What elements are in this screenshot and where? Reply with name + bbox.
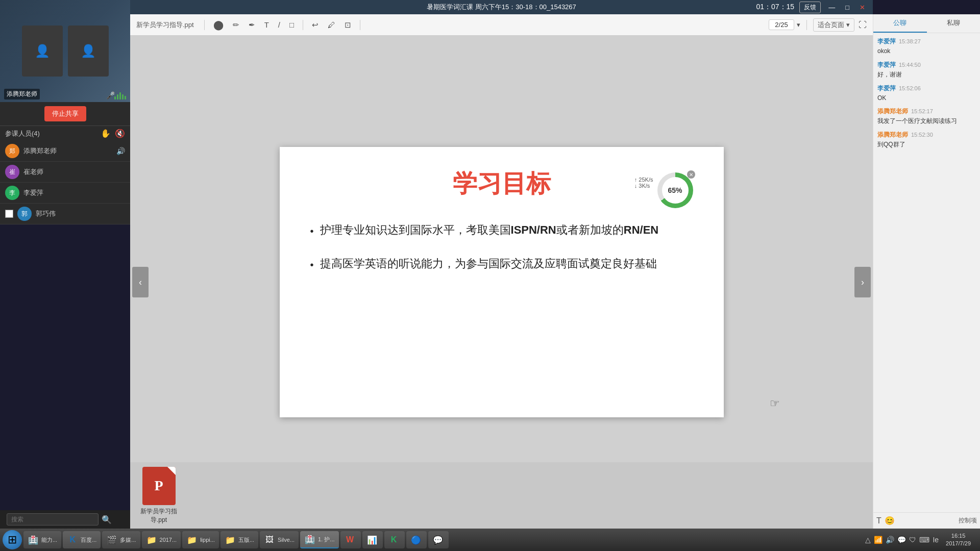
- tool-text[interactable]: T: [262, 19, 272, 31]
- network-circle[interactable]: 65%: [657, 172, 693, 208]
- raise-hand-icon[interactable]: ✋: [101, 129, 111, 138]
- fit-page-button[interactable]: 适合页面 ▾: [813, 18, 854, 32]
- taskbar-item[interactable]: 🔵: [406, 531, 427, 548]
- participants-header: 参课人员(4) ✋ 🔇: [0, 126, 130, 141]
- message-user[interactable]: 添腾郑老师: [877, 107, 908, 116]
- taskbar-item[interactable]: W: [340, 531, 361, 548]
- network-tray-icon[interactable]: 📶: [874, 536, 883, 544]
- message-text: okok: [877, 47, 976, 56]
- next-slide-button[interactable]: ›: [854, 267, 871, 297]
- message-time: 15:52:30: [911, 132, 933, 138]
- taskbar-item[interactable]: 🏥 能力...: [23, 531, 61, 548]
- chat-messages: 李爱萍 15:38:27 okok 李爱萍 15:44:50 好，谢谢 李爱萍 …: [873, 33, 980, 512]
- prev-slide-button[interactable]: ‹: [132, 267, 149, 297]
- tool-undo[interactable]: ↩: [309, 19, 321, 31]
- taskbar-item[interactable]: 🎬 多媒...: [102, 531, 140, 548]
- participant-item[interactable]: 郑 添腾郑老师 🔊: [0, 141, 130, 162]
- tab-public[interactable]: 公聊: [873, 14, 927, 33]
- tool-pointer[interactable]: ⬤: [211, 18, 226, 32]
- message-time: 15:44:50: [899, 62, 921, 68]
- clock-time: 16:15: [946, 532, 971, 540]
- keyboard-tray-icon[interactable]: ⌨: [919, 536, 929, 544]
- minimize-button[interactable]: —: [826, 4, 838, 11]
- taskbar-item[interactable]: 🖼 Silve...: [260, 531, 299, 548]
- taskbar-item-icon: K: [388, 534, 400, 545]
- maximize-button[interactable]: □: [843, 4, 852, 11]
- feedback-button[interactable]: 反馈: [799, 2, 821, 13]
- taskbar-item[interactable]: 📊: [362, 531, 383, 548]
- page-dropdown[interactable]: ▾: [797, 21, 800, 29]
- taskbar-item[interactable]: 📁 2017...: [142, 531, 181, 548]
- teacher-label: 添腾郑老师: [4, 89, 40, 99]
- im-tray-icon[interactable]: 💬: [897, 536, 906, 544]
- participant-item[interactable]: 崔 崔老师: [0, 162, 130, 183]
- chat-tabs: 公聊 私聊: [873, 14, 980, 33]
- upload-speed: ↑ 25K/s: [634, 177, 653, 183]
- page-display: 2/25: [769, 19, 794, 30]
- participant-name: 崔老师: [23, 167, 125, 177]
- participant-item[interactable]: 郭 郭巧伟: [0, 204, 130, 224]
- fullscreen-button[interactable]: ⛶: [859, 20, 867, 30]
- ppt-toolbar: 新学员学习指导.ppt ⬤ ✏ ✒ T / □ ↩ 🖊 ⊡ 2/25 ▾ 适合页…: [130, 14, 873, 36]
- tool-line[interactable]: /: [276, 19, 283, 31]
- participant-name: 添腾郑老师: [23, 146, 112, 156]
- mic-icon: 🎤: [106, 91, 115, 99]
- message-user[interactable]: 李爱萍: [877, 84, 896, 93]
- taskbar-item-icon: 🎬: [106, 534, 117, 545]
- volume-tray-icon[interactable]: 🔊: [886, 536, 894, 544]
- network-overlay: ↑ 25K/s ↓ 3K/s 65% ✕: [657, 172, 693, 208]
- video-background: 👤 👤: [0, 0, 130, 102]
- tab-private[interactable]: 私聊: [927, 14, 981, 33]
- stop-share-button[interactable]: 停止共享: [44, 106, 86, 121]
- slide-nav-left: ‹: [130, 36, 151, 529]
- taskbar-item-label: 2017...: [160, 537, 177, 543]
- bullet-point: •: [310, 222, 314, 240]
- fit-dropdown-icon: ▾: [846, 21, 850, 29]
- chat-message: 添腾郑老师 15:52:30 到QQ群了: [877, 131, 976, 149]
- taskbar-item[interactable]: 💬: [428, 531, 449, 548]
- taskbar-item-icon: 💬: [432, 534, 444, 545]
- taskbar-item-label: 百度...: [81, 536, 96, 544]
- taskbar-item[interactable]: K: [384, 531, 405, 548]
- ppt-main-area: 新学员学习指导.ppt ⬤ ✏ ✒ T / □ ↩ 🖊 ⊡ 2/25 ▾ 适合页…: [130, 14, 873, 529]
- taskbar-item[interactable]: K 百度...: [63, 531, 101, 548]
- search-input[interactable]: [7, 513, 99, 525]
- win-taskbar: ⊞ 🏥 能力... K 百度... 🎬 多媒... 📁 2017... 📁 li…: [0, 529, 980, 551]
- tool-pen[interactable]: ✏: [230, 19, 242, 31]
- participant-checkbox[interactable]: [5, 210, 13, 218]
- course-title: 暑期医学词汇课 周六下午15：30-18：00_1543267: [427, 3, 576, 12]
- toolbar-separator: [806, 20, 807, 30]
- tray-icon[interactable]: △: [865, 536, 871, 544]
- ime-tray-icon[interactable]: Ie: [933, 536, 939, 544]
- mute-icon[interactable]: 🔇: [115, 129, 125, 138]
- taskbar-item[interactable]: 📁 五版...: [220, 531, 258, 548]
- ppt-filename: 新学员学习指导.ppt: [136, 20, 194, 30]
- tool-highlighter[interactable]: ✒: [246, 19, 258, 31]
- text-format-icon[interactable]: T: [876, 516, 881, 525]
- taskbar-item[interactable]: 📁 lippi...: [182, 531, 219, 548]
- message-user[interactable]: 李爱萍: [877, 61, 896, 69]
- tool-eraser[interactable]: 🖊: [325, 19, 338, 31]
- tool-clear[interactable]: ⊡: [342, 19, 354, 31]
- start-button[interactable]: ⊞: [3, 530, 22, 549]
- participant-item[interactable]: 李 李爱萍: [0, 183, 130, 204]
- toolbar-separator: [360, 20, 360, 30]
- control-options-button[interactable]: 控制项: [959, 516, 977, 525]
- message-user[interactable]: 李爱萍: [877, 37, 896, 46]
- emoji-icon[interactable]: 😊: [885, 516, 895, 525]
- close-button[interactable]: ✕: [857, 4, 868, 11]
- tool-rect[interactable]: □: [287, 19, 297, 31]
- participant-name: 郭巧伟: [36, 209, 125, 218]
- taskbar-item-label: lippi...: [200, 537, 215, 543]
- course-titlebar: 暑期医学词汇课 周六下午15：30-18：00_1543267 01：07：15…: [130, 0, 873, 14]
- search-icon[interactable]: 🔍: [102, 515, 112, 524]
- chat-message: 李爱萍 15:44:50 好，谢谢: [877, 61, 976, 79]
- left-panel: 👤 👤 添腾郑老师 🎤 停止共享 参课人员(4) ✋ 🔇 郑 添腾郑老师 🔊: [0, 0, 130, 224]
- taskbar-item-active[interactable]: 🏥 1. 护...: [300, 531, 338, 548]
- message-user[interactable]: 添腾郑老师: [877, 131, 908, 139]
- network-percentage: 65%: [668, 186, 682, 194]
- taskbar-item-icon: 📊: [366, 534, 378, 545]
- message-time: 15:38:27: [899, 38, 921, 44]
- antivirus-tray-icon[interactable]: 🛡: [909, 536, 916, 544]
- network-close-button[interactable]: ✕: [687, 170, 695, 179]
